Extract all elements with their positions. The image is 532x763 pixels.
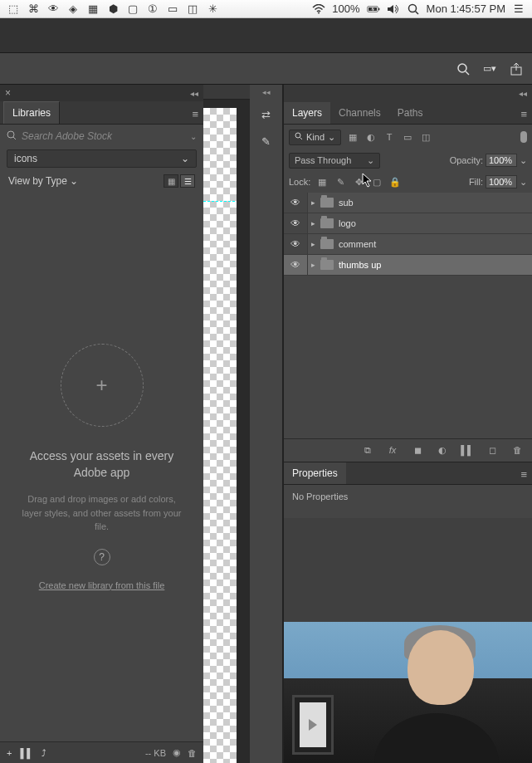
disclosure-triangle-icon[interactable]: ▸ — [311, 219, 315, 227]
layer-row[interactable]: 👁▸sub — [284, 193, 532, 213]
blend-mode-dropdown[interactable]: Pass Through⌄ — [289, 153, 380, 169]
library-select-dropdown[interactable]: icons ⌄ — [7, 149, 197, 168]
new-folder-icon[interactable]: ▌▌ — [20, 748, 33, 758]
tab-layers[interactable]: Layers — [284, 102, 330, 124]
filter-pixel-icon[interactable]: ▦ — [346, 130, 359, 144]
adjustment-layer-icon[interactable]: ◐ — [436, 443, 449, 457]
properties-body: No Properties — [284, 485, 532, 518]
lock-all-icon[interactable]: 🔒 — [388, 175, 402, 188]
app-icon-eye[interactable]: 👁 — [46, 2, 60, 16]
lock-transparency-icon[interactable]: ▦ — [315, 175, 329, 188]
app-icon-star[interactable]: ✳ — [206, 2, 219, 16]
menubar-clock[interactable]: Mon 1:45:57 PM — [427, 2, 505, 15]
tab-channels[interactable]: Channels — [330, 102, 389, 124]
layer-name[interactable]: thumbs up — [339, 260, 381, 270]
search-icon[interactable] — [456, 61, 471, 76]
create-library-link[interactable]: Create new library from this file — [39, 580, 165, 590]
visibility-eye-icon[interactable]: 👁 — [284, 238, 307, 250]
battery-icon[interactable] — [367, 2, 380, 16]
panel-menu-icon[interactable]: ≡ — [515, 105, 532, 124]
share-icon[interactable] — [509, 61, 524, 76]
stock-search-input[interactable] — [22, 130, 185, 142]
disclosure-triangle-icon[interactable]: ▸ — [311, 198, 315, 207]
volume-icon[interactable] — [387, 2, 400, 16]
battery-percent: 100% — [332, 2, 359, 15]
help-icon[interactable]: ? — [94, 549, 110, 565]
lock-position-icon[interactable]: ✥ — [352, 175, 365, 188]
fill-input[interactable]: 100% — [486, 175, 517, 188]
cc-sync-icon[interactable]: ◉ — [173, 747, 181, 758]
panel-menu-icon[interactable]: ≡ — [187, 105, 203, 124]
filter-adjustment-icon[interactable]: ◐ — [364, 130, 378, 144]
trash-icon[interactable]: 🗑 — [188, 748, 197, 758]
disclosure-triangle-icon[interactable]: ▸ — [311, 261, 315, 269]
close-panel-button[interactable]: × — [5, 87, 11, 99]
app-icon-box[interactable]: ▦ — [86, 2, 100, 16]
visibility-eye-icon[interactable]: 👁 — [284, 218, 307, 229]
layer-list: 👁▸sub👁▸logo👁▸comment👁▸thumbs up — [284, 193, 532, 438]
filter-toggle-switch[interactable] — [520, 131, 527, 143]
wifi-icon[interactable] — [312, 2, 325, 16]
grid-view-button[interactable]: ▦ — [164, 174, 178, 188]
document-canvas[interactable] — [203, 85, 250, 763]
chevron-down-icon[interactable]: ⌄ — [520, 177, 527, 188]
expand-panels-icon[interactable]: ◂◂ — [262, 88, 271, 96]
layer-row[interactable]: 👁▸thumbs up — [284, 255, 532, 276]
disclosure-triangle-icon[interactable]: ▸ — [311, 240, 315, 248]
filter-kind-dropdown[interactable]: Kind ⌄ — [289, 130, 341, 145]
collapsed-panel-strip: ◂◂ ⇄ ✎ — [250, 85, 283, 763]
filter-smart-icon[interactable]: ◫ — [419, 130, 432, 144]
notification-center-icon[interactable]: ☰ — [512, 2, 525, 16]
add-asset-button[interactable]: + — [7, 748, 12, 758]
video-thumbnail[interactable] — [284, 622, 532, 763]
app-icon-display[interactable]: ▭ — [166, 2, 179, 16]
play-button-plaque — [292, 695, 334, 755]
guide-line[interactable] — [203, 201, 235, 202]
app-icon-cc[interactable]: ⌘ — [27, 2, 40, 16]
new-layer-icon[interactable]: ◻ — [486, 443, 499, 457]
app-icon-circle[interactable]: ① — [146, 2, 159, 16]
delete-layer-icon[interactable]: 🗑 — [510, 443, 524, 457]
layer-row[interactable]: 👁▸logo — [284, 213, 532, 234]
filter-type-icon[interactable]: T — [383, 130, 396, 144]
play-icon — [309, 719, 317, 731]
list-view-button[interactable]: ☰ — [180, 174, 195, 188]
tab-libraries[interactable]: Libraries — [3, 101, 60, 124]
view-by-label[interactable]: View by Type ⌄ — [8, 175, 78, 187]
collapse-icon[interactable]: ◂◂ — [519, 89, 527, 98]
new-group-icon[interactable]: ▌▌ — [461, 443, 474, 457]
layer-row[interactable]: 👁▸comment — [284, 234, 532, 255]
app-icon-nvidia[interactable]: ◈ — [66, 2, 80, 16]
lock-pixels-icon[interactable]: ✎ — [334, 175, 347, 188]
visibility-eye-icon[interactable]: 👁 — [284, 197, 307, 208]
layer-mask-icon[interactable]: ◼ — [411, 443, 424, 457]
layer-name[interactable]: logo — [339, 218, 356, 228]
adjustments-icon[interactable]: ⇄ — [258, 106, 275, 123]
transparent-pixels — [203, 108, 237, 763]
chevron-down-icon[interactable]: ⌄ — [520, 155, 527, 166]
workspace-switcher-icon[interactable]: ▭▾ — [482, 61, 497, 76]
app-icon-dropbox[interactable]: ⬚ — [7, 2, 20, 16]
app-icon-hex[interactable]: ⬢ — [106, 2, 120, 16]
person-body — [374, 713, 499, 763]
tab-properties[interactable]: Properties — [284, 462, 346, 484]
filter-shape-icon[interactable]: ▭ — [401, 130, 414, 144]
collapse-panel-icon[interactable]: ◂◂ — [190, 89, 198, 98]
link-layers-icon[interactable]: ⧉ — [361, 443, 374, 457]
spotlight-icon[interactable] — [407, 2, 420, 16]
layer-fx-icon[interactable]: fx — [386, 443, 399, 457]
upload-icon[interactable]: ⤴ — [41, 748, 46, 758]
tab-paths[interactable]: Paths — [389, 102, 432, 124]
lock-artboard-icon[interactable]: ▢ — [370, 175, 383, 188]
layer-name[interactable]: sub — [339, 198, 354, 208]
app-icon-record[interactable]: ▢ — [126, 2, 139, 16]
svg-line-5 — [415, 11, 418, 14]
visibility-eye-icon[interactable]: 👁 — [284, 259, 307, 271]
chevron-down-icon[interactable]: ⌄ — [190, 132, 197, 141]
app-icon-screens[interactable]: ◫ — [186, 2, 199, 16]
opacity-input[interactable]: 100% — [486, 154, 517, 167]
layer-name[interactable]: comment — [339, 239, 376, 249]
brush-icon[interactable]: ✎ — [258, 133, 275, 149]
panel-menu-icon[interactable]: ≡ — [515, 465, 532, 484]
add-placeholder-icon[interactable]: + — [61, 344, 144, 427]
